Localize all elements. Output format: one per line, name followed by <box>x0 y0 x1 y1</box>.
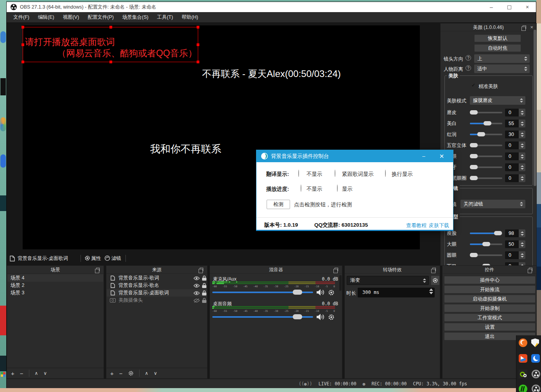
popout-icon[interactable] <box>523 25 526 29</box>
scene-item[interactable]: 场景 2 <box>7 282 103 289</box>
slider-handle[interactable] <box>470 253 478 257</box>
settings-button[interactable]: 设置 <box>444 323 536 331</box>
stepper-arrows[interactable] <box>519 120 525 127</box>
remove-source-icon[interactable]: − <box>119 370 123 377</box>
duration-spinbox[interactable]: 300 ms <box>358 288 435 297</box>
filter-select[interactable]: 关闭滤镜 <box>460 200 525 208</box>
slider[interactable] <box>470 243 502 245</box>
volume-handle[interactable] <box>293 314 302 319</box>
resize-handle[interactable] <box>197 26 199 29</box>
eye-icon[interactable] <box>193 291 200 295</box>
properties-gear-icon[interactable] <box>84 255 90 261</box>
close-button[interactable]: × <box>519 2 536 12</box>
blue-app-icon[interactable] <box>531 354 540 363</box>
radio-progress-show-label[interactable]: 显示 <box>342 186 353 193</box>
stepper-arrows[interactable] <box>519 141 525 149</box>
slider[interactable] <box>470 145 502 146</box>
source-item[interactable]: 背景音乐显示-歌名 <box>107 282 207 289</box>
start-streaming-button[interactable]: 开始推流 <box>444 285 536 294</box>
dialog-titlebar[interactable]: 背景音乐显示插件控制台 – ✕ <box>256 150 453 162</box>
lock-icon[interactable] <box>202 298 206 303</box>
stepper-arrows[interactable] <box>519 240 525 248</box>
razer-icon[interactable] <box>519 385 527 392</box>
eye-icon[interactable] <box>193 276 200 281</box>
mixer-panel-header[interactable]: 混音器 <box>210 266 342 274</box>
slider[interactable] <box>470 254 502 256</box>
resize-handle[interactable] <box>197 61 199 63</box>
reset-default-button[interactable]: 恢复默认 <box>474 34 521 42</box>
resize-handle[interactable] <box>21 26 24 29</box>
maximize-button[interactable] <box>501 2 518 12</box>
radio-progress-hide[interactable] <box>301 184 301 192</box>
remove-scene-icon[interactable]: − <box>20 370 23 377</box>
add-scene-icon[interactable]: + <box>11 370 14 377</box>
stepper-arrows[interactable] <box>519 229 525 237</box>
help-icon[interactable]: ? <box>466 55 471 61</box>
controls-panel-header[interactable]: 控件 <box>442 266 536 274</box>
resize-handle[interactable] <box>21 43 24 46</box>
scenes-panel-header[interactable]: 场景 <box>7 266 104 274</box>
properties-label[interactable]: 属性 <box>91 255 101 262</box>
start-virtual-camera-button[interactable]: 启动虚拟摄像机 <box>444 295 536 303</box>
minimize-button[interactable]: – <box>483 2 500 12</box>
slider-value[interactable]: 0 <box>505 163 519 171</box>
slider-handle[interactable] <box>470 176 478 180</box>
channel-gear-icon[interactable] <box>328 314 335 320</box>
radio-translate-follow[interactable] <box>335 170 335 177</box>
radio-progress-show[interactable] <box>337 184 338 192</box>
source-properties-gear-icon[interactable] <box>128 371 134 376</box>
obs-logo-icon[interactable] <box>532 370 540 378</box>
orange-swirl-icon[interactable] <box>519 338 527 347</box>
speaker-icon[interactable] <box>316 289 325 295</box>
dialog-minimize-icon[interactable]: – <box>418 150 430 162</box>
menu-tools[interactable]: 工具(T) <box>153 12 177 22</box>
resize-handle[interactable] <box>109 26 112 29</box>
slider-value[interactable]: 0 <box>505 152 519 160</box>
slider-handle[interactable] <box>470 165 478 169</box>
radio-translate-follow-label[interactable]: 紧跟歌词显示 <box>342 171 374 178</box>
lens-direction-select[interactable]: 上 <box>474 54 530 63</box>
scrollbar[interactable] <box>339 275 342 291</box>
volume-slider[interactable] <box>212 292 313 293</box>
scrollbar[interactable] <box>534 30 536 186</box>
filters-icon[interactable] <box>104 255 110 261</box>
slider-value[interactable]: 55 <box>505 120 519 127</box>
move-up-icon[interactable]: ∧ <box>145 371 149 376</box>
eye-icon[interactable] <box>193 283 200 288</box>
menu-view[interactable]: 视图(V) <box>59 12 84 22</box>
slider[interactable] <box>470 233 502 234</box>
lock-icon[interactable] <box>202 290 206 295</box>
slider[interactable] <box>470 177 502 179</box>
radio-translate-hide-label[interactable]: 不显示 <box>306 171 322 178</box>
slider-handle[interactable] <box>477 132 485 136</box>
popout-icon[interactable] <box>96 268 100 271</box>
slider-value[interactable]: 98 <box>505 229 519 237</box>
slider-handle[interactable] <box>484 121 491 125</box>
eye-off-icon[interactable] <box>193 298 200 303</box>
popout-icon[interactable] <box>432 268 436 271</box>
volume-slider[interactable] <box>212 316 313 318</box>
source-item[interactable]: 背景音乐显示-桌面歌词 <box>107 289 207 297</box>
popout-icon[interactable] <box>529 268 532 271</box>
start-recording-button[interactable]: 开始录制 <box>444 304 536 312</box>
skin-download-link[interactable]: 皮肤下载 <box>429 222 449 229</box>
dialog-close-icon[interactable]: ✕ <box>436 150 448 162</box>
filters-label[interactable]: 滤镜 <box>111 255 121 262</box>
radio-translate-newline[interactable] <box>385 170 386 177</box>
stepper-arrows[interactable] <box>429 288 433 294</box>
scene-item[interactable]: 场景 4 <box>7 274 103 282</box>
autofocus-button[interactable]: 自动对焦 <box>474 44 521 52</box>
slider-handle[interactable] <box>470 110 478 115</box>
studio-mode-button[interactable]: 工作室模式 <box>444 313 536 322</box>
speaker-icon[interactable] <box>316 314 325 320</box>
stepper-arrows[interactable] <box>519 174 525 182</box>
slider-value[interactable]: 50 <box>505 240 519 248</box>
defender-shield-icon[interactable] <box>531 338 539 347</box>
channel-gear-icon[interactable] <box>328 289 335 296</box>
resize-handle[interactable] <box>197 43 199 46</box>
move-down-icon[interactable]: ∨ <box>43 371 47 376</box>
popout-icon[interactable] <box>200 268 203 271</box>
slider-value[interactable]: 0 <box>505 174 519 182</box>
slider-handle[interactable] <box>494 231 502 235</box>
nvidia-settings-icon[interactable] <box>519 370 527 378</box>
